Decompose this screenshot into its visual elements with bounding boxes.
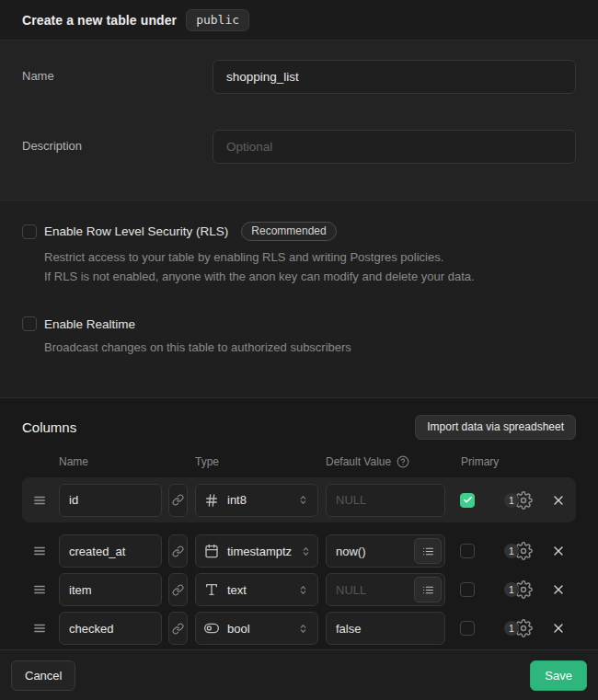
primary-key-checkbox[interactable] [460, 544, 475, 558]
dialog-header: Create a new table under public [0, 0, 598, 40]
list-icon [422, 584, 434, 596]
columns-grid-headers: Name Type Default Value Primary [22, 455, 576, 468]
table-name-input[interactable] [213, 60, 576, 94]
columns-section: Columns Import data via spreadsheet Name… [0, 397, 598, 649]
foreign-key-link-button[interactable] [168, 612, 188, 645]
realtime-label: Enable Realtime [44, 317, 135, 331]
header-type: Type [195, 455, 326, 468]
default-value-cell [326, 612, 445, 645]
column-name-input[interactable] [59, 534, 162, 568]
column-type-label: timestamptz [227, 545, 292, 558]
column-type-icon [204, 544, 219, 558]
table-details-section: Name Description [0, 40, 598, 200]
column-rows-list: int8 1 timestamptz [22, 477, 576, 648]
realtime-checkbox[interactable] [22, 316, 37, 331]
column-name-input[interactable] [59, 612, 162, 645]
column-type-icon [204, 493, 219, 508]
column-type-icon [204, 621, 219, 636]
settings-count-badge: 1 [504, 582, 519, 597]
foreign-key-link-button[interactable] [168, 573, 188, 606]
save-button[interactable]: Save [530, 660, 587, 691]
drag-handle-icon[interactable] [33, 494, 46, 507]
realtime-block: Enable Realtime Broadcast changes on thi… [22, 316, 576, 357]
primary-key-checkbox[interactable] [460, 621, 475, 636]
default-value-input[interactable] [326, 484, 445, 517]
import-spreadsheet-button[interactable]: Import data via spreadsheet [415, 415, 576, 440]
column-row: bool 1 [22, 609, 576, 648]
cancel-button[interactable]: Cancel [11, 660, 75, 691]
drag-handle-icon[interactable] [33, 583, 46, 596]
rls-check-row: Enable Row Level Security (RLS) Recommen… [22, 222, 576, 241]
check-icon [463, 495, 473, 505]
schema-chip: public [186, 9, 249, 31]
default-value-menu-button[interactable] [414, 538, 442, 564]
column-type-label: bool [227, 622, 289, 636]
description-row: Description [22, 130, 576, 164]
recommended-badge: Recommended [241, 222, 336, 241]
column-settings-group: 1 [504, 580, 533, 599]
column-settings-group: 1 [504, 542, 533, 560]
column-type-icon [204, 582, 219, 597]
columns-title: Columns [22, 419, 76, 435]
default-value-cell [326, 573, 445, 606]
link-icon [172, 623, 184, 635]
close-icon [551, 493, 566, 508]
column-name-input[interactable] [59, 573, 162, 606]
dialog-title: Create a new table under [22, 13, 177, 28]
header-default-value: Default Value [326, 455, 461, 468]
primary-key-checkbox[interactable] [460, 493, 475, 508]
dialog-footer: Cancel Save [0, 649, 598, 700]
header-primary: Primary [461, 455, 576, 468]
chevrons-up-down-icon [297, 494, 309, 506]
column-type-select[interactable]: timestamptz [195, 534, 318, 568]
default-value-input[interactable] [326, 612, 445, 645]
remove-column-button[interactable] [551, 544, 566, 558]
chevrons-up-down-icon [300, 545, 312, 557]
remove-column-button[interactable] [551, 582, 566, 597]
column-type-select[interactable]: text [195, 573, 318, 606]
remove-column-button[interactable] [551, 493, 566, 508]
foreign-key-link-button[interactable] [168, 534, 188, 568]
chevrons-up-down-icon [297, 584, 309, 596]
chevrons-up-down-icon [297, 623, 309, 635]
column-settings-group: 1 [504, 491, 533, 510]
column-settings-group: 1 [504, 619, 533, 637]
rls-label: Enable Row Level Security (RLS) [44, 224, 228, 238]
header-name: Name [59, 455, 195, 468]
security-section: Enable Row Level Security (RLS) Recommen… [0, 200, 598, 397]
create-table-dialog: Create a new table under public Name Des… [0, 0, 598, 700]
column-type-select[interactable]: bool [195, 612, 318, 645]
column-row: timestamptz 1 [22, 532, 576, 570]
settings-count-badge: 1 [504, 493, 519, 508]
settings-count-badge: 1 [504, 544, 519, 558]
rls-block: Enable Row Level Security (RLS) Recommen… [22, 222, 576, 286]
close-icon [551, 544, 566, 558]
name-row: Name [22, 60, 576, 94]
close-icon [551, 582, 566, 597]
rls-description: Restrict access to your table by enablin… [44, 247, 576, 286]
column-type-label: text [227, 583, 289, 597]
foreign-key-link-button[interactable] [168, 484, 188, 517]
default-value-menu-button[interactable] [414, 577, 442, 602]
column-row: text 1 [22, 570, 576, 609]
help-icon[interactable] [397, 455, 409, 468]
drag-handle-icon[interactable] [33, 622, 46, 635]
column-name-input[interactable] [59, 484, 162, 517]
close-icon [551, 621, 566, 636]
link-icon [172, 494, 184, 506]
primary-key-checkbox[interactable] [460, 582, 475, 597]
link-icon [172, 545, 184, 557]
default-value-cell [326, 534, 445, 568]
settings-count-badge: 1 [504, 621, 519, 636]
realtime-description: Broadcast changes on this table to autho… [44, 338, 576, 357]
table-description-input[interactable] [213, 130, 576, 164]
description-label: Description [22, 130, 213, 153]
column-type-select[interactable]: int8 [195, 484, 318, 517]
name-label: Name [22, 60, 213, 83]
drag-handle-icon[interactable] [33, 545, 46, 557]
rls-checkbox[interactable] [22, 224, 37, 239]
link-icon [172, 584, 184, 596]
columns-header: Columns Import data via spreadsheet [22, 415, 576, 440]
default-value-cell [326, 484, 445, 517]
remove-column-button[interactable] [551, 621, 566, 636]
